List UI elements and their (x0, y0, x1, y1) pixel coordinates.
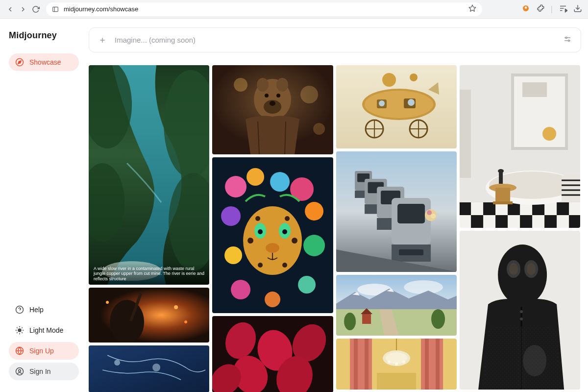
svg-point-57 (276, 94, 280, 98)
user-icon (15, 367, 24, 376)
svg-rect-154 (557, 202, 569, 215)
svg-line-22 (22, 327, 23, 328)
svg-marker-11 (18, 61, 21, 64)
compass-icon (15, 57, 24, 67)
svg-rect-156 (495, 215, 508, 228)
plus-icon[interactable] (98, 36, 107, 45)
svg-point-176 (509, 263, 518, 275)
svg-point-62 (270, 172, 290, 192)
site-settings-icon (52, 6, 59, 13)
svg-point-67 (224, 246, 242, 264)
svg-line-18 (22, 332, 23, 333)
svg-marker-8 (565, 9, 568, 12)
sidebar-item-showcase[interactable]: Showcase (9, 53, 79, 71)
url-bar[interactable]: midjourney.com/showcase (46, 2, 482, 16)
svg-rect-126 (362, 314, 371, 324)
tile-bear-coat[interactable] (212, 65, 333, 154)
tile-truck-fleet[interactable] (336, 151, 457, 272)
main: Imagine... (coming soon) (86, 19, 588, 392)
extension-icon-1[interactable] (521, 4, 530, 15)
tile-steampunk-airship[interactable] (336, 65, 457, 148)
svg-point-129 (431, 309, 445, 329)
logo[interactable]: Midjourney (9, 30, 79, 41)
tile-caption: A wide slow river in a contaminated with… (89, 263, 209, 285)
svg-point-46 (114, 360, 120, 366)
svg-point-70 (265, 292, 280, 307)
search-bar[interactable]: Imagine... (coming soon) (89, 27, 581, 52)
svg-rect-132 (421, 339, 443, 390)
extensions-icon[interactable] (536, 4, 545, 15)
svg-rect-159 (569, 215, 580, 228)
sidebar-item-help[interactable]: Help (9, 301, 79, 318)
svg-line-21 (17, 332, 18, 333)
sidebar-item-signup[interactable]: Sign Up (9, 342, 79, 360)
svg-point-177 (527, 263, 536, 275)
svg-point-121 (431, 214, 436, 219)
forward-button[interactable] (19, 5, 27, 14)
svg-rect-45 (89, 345, 209, 392)
svg-rect-148 (460, 90, 471, 178)
svg-rect-167 (562, 175, 580, 202)
browser-chrome: midjourney.com/showcase | (0, 0, 588, 19)
sun-icon (15, 325, 24, 335)
svg-point-69 (298, 276, 316, 294)
svg-point-79 (247, 238, 253, 244)
svg-point-66 (303, 235, 325, 256)
svg-point-43 (184, 320, 187, 323)
gallery: A wide slow river in a contaminated with… (89, 65, 581, 392)
sidebar-item-label: Sign In (29, 368, 51, 375)
svg-point-173 (498, 245, 547, 305)
svg-point-166 (498, 169, 504, 173)
tile-jungle-river[interactable]: A wide slow river in a contaminated with… (89, 65, 209, 285)
svg-point-98 (410, 74, 417, 81)
svg-point-44 (106, 301, 109, 304)
svg-rect-135 (425, 339, 429, 390)
svg-point-142 (402, 361, 405, 364)
reload-button[interactable] (31, 5, 40, 14)
svg-point-183 (523, 345, 546, 376)
svg-point-47 (152, 364, 160, 371)
svg-point-26 (19, 369, 21, 372)
svg-point-77 (255, 216, 260, 221)
svg-point-120 (427, 210, 432, 215)
tile-chandelier-room[interactable] (336, 339, 457, 390)
back-button[interactable] (6, 5, 15, 14)
tile-red-petals[interactable] (212, 316, 333, 392)
svg-point-140 (388, 361, 391, 364)
svg-rect-163 (495, 188, 510, 202)
svg-point-81 (258, 263, 263, 268)
url-text: midjourney.com/showcase (64, 5, 138, 13)
svg-point-65 (221, 206, 241, 226)
tile-warrior-fire[interactable] (89, 288, 209, 343)
playlist-icon[interactable] (559, 4, 567, 15)
tile-black-suit-figure[interactable] (460, 231, 580, 390)
svg-point-53 (257, 78, 269, 92)
sliders-icon[interactable] (563, 35, 572, 45)
svg-point-178 (520, 310, 523, 313)
svg-point-56 (265, 94, 269, 98)
svg-point-51 (313, 123, 325, 135)
svg-point-64 (305, 202, 323, 220)
sidebar-item-label: Light Mode (29, 326, 63, 334)
svg-point-4 (525, 6, 527, 9)
svg-point-61 (246, 168, 264, 186)
svg-line-17 (17, 327, 18, 328)
svg-rect-0 (53, 7, 58, 11)
sidebar-item-theme[interactable]: Light Mode (9, 321, 79, 339)
tile-floral-leopard[interactable] (212, 157, 333, 313)
svg-point-68 (231, 280, 250, 299)
sidebar: Midjourney Showcase Help Light Mode Sign… (0, 19, 86, 392)
tile-mountain-landscape[interactable] (336, 275, 457, 336)
svg-point-58 (270, 101, 275, 106)
sidebar-item-signin[interactable]: Sign In (9, 363, 79, 380)
svg-point-128 (344, 313, 356, 330)
svg-point-124 (404, 280, 443, 294)
star-icon[interactable] (468, 4, 476, 14)
svg-point-75 (282, 229, 287, 234)
svg-rect-157 (520, 215, 532, 228)
tile-bathroom-interior[interactable] (460, 65, 580, 228)
sidebar-item-label: Help (29, 306, 44, 314)
svg-rect-158 (544, 215, 557, 228)
download-icon[interactable] (573, 4, 582, 15)
tile-circuit-water[interactable] (89, 345, 209, 392)
